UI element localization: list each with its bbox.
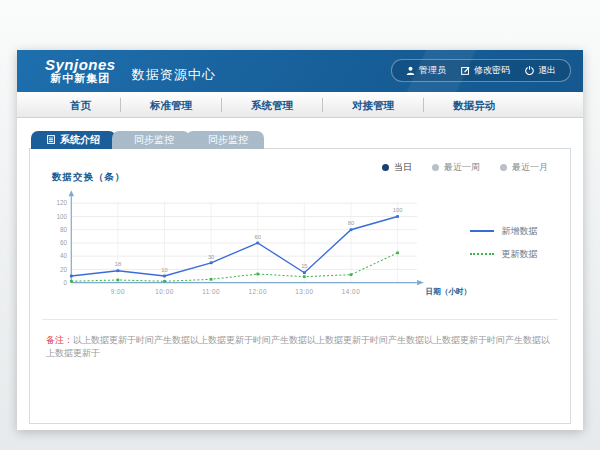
- data-point-label: 60: [255, 234, 261, 240]
- svg-text:80: 80: [60, 226, 68, 233]
- logout-label: 退出: [538, 64, 556, 77]
- tab-label: 同步监控: [208, 133, 248, 147]
- tab-sync-monitor-1[interactable]: 同步监控: [112, 131, 190, 149]
- svg-text:9:00: 9:00: [111, 288, 125, 295]
- data-point-label: 15: [301, 263, 307, 269]
- data-point: [70, 275, 73, 278]
- chart-legend: 新增数据更新数据: [470, 225, 564, 261]
- line-chart: 0204060801001209:0010:0011:0012:0013:001…: [34, 186, 470, 313]
- svg-text:11:00: 11:00: [202, 288, 220, 295]
- legend-line-sample: [470, 230, 494, 232]
- time-range-filter: 当日最近一周最近一月: [382, 161, 548, 174]
- nav-item-standard-mgmt[interactable]: 标准管理: [121, 98, 222, 112]
- app-window: Synjones 新中新集团 数据资源中心 管理员 修改密码 退出: [17, 50, 583, 430]
- data-point: [70, 280, 73, 283]
- svg-text:60: 60: [60, 239, 68, 246]
- brand-logo: Synjones 新中新集团: [45, 57, 116, 84]
- data-point-label: 30: [208, 254, 214, 260]
- data-point: [256, 273, 259, 276]
- data-point: [350, 273, 353, 276]
- y-axis-ticks: 020406080100120: [56, 199, 67, 285]
- data-point-label: 18: [115, 261, 121, 267]
- data-point: [117, 269, 120, 272]
- data-point: [210, 278, 213, 281]
- data-point: [210, 261, 213, 264]
- data-point: [396, 252, 399, 255]
- note-divider: [42, 319, 558, 320]
- chart-panel: 当日最近一周最近一月 数据交换（条） 0204060801001209:0010…: [29, 148, 571, 424]
- data-point: [303, 275, 306, 278]
- data-point-label: 100: [393, 207, 403, 213]
- change-password-button[interactable]: 修改密码: [461, 64, 510, 77]
- logout-button[interactable]: 退出: [525, 64, 556, 77]
- footnote: 备注：以上数据更新于时间产生数据以上数据更新于时间产生数据以上数据更新于时间产生…: [46, 334, 554, 359]
- svg-text:10:00: 10:00: [155, 288, 173, 295]
- radio-dot-icon: [382, 164, 389, 171]
- tab-system-intro[interactable]: 系统介绍: [31, 131, 116, 149]
- app-header: Synjones 新中新集团 数据资源中心 管理员 修改密码 退出: [17, 50, 583, 92]
- svg-text:100: 100: [56, 213, 67, 220]
- page-title: 数据资源中心: [132, 66, 216, 84]
- radio-last-week[interactable]: 最近一周: [432, 161, 480, 174]
- tab-sync-monitor-2[interactable]: 同步监控: [186, 131, 264, 149]
- data-point: [163, 275, 166, 278]
- brand-logo-text: Synjones: [45, 57, 116, 73]
- brand-logo-subtext: 新中新集团: [45, 73, 116, 85]
- chart-gridlines: [71, 202, 417, 283]
- tab-label: 系统介绍: [60, 133, 100, 147]
- nav-item-system-mgmt[interactable]: 系统管理: [222, 98, 323, 112]
- user-button[interactable]: 管理员: [406, 64, 446, 77]
- tab-bar: 系统介绍同步监控同步监控: [31, 130, 571, 149]
- svg-text:0: 0: [64, 279, 68, 286]
- data-point: [163, 280, 166, 283]
- chart-container: 0204060801001209:0010:0011:0012:0013:001…: [34, 186, 470, 313]
- data-point: [256, 242, 259, 245]
- radio-today[interactable]: 当日: [382, 161, 412, 174]
- radio-dot-icon: [432, 164, 439, 171]
- data-point: [396, 215, 399, 218]
- tab-label: 同步监控: [134, 133, 174, 147]
- data-point-label: 10: [161, 267, 167, 273]
- user-icon: [406, 66, 415, 75]
- radio-label: 最近一周: [444, 161, 480, 174]
- data-point: [117, 279, 120, 282]
- legend-item-1: 新增数据: [470, 225, 564, 238]
- svg-text:40: 40: [60, 252, 68, 259]
- edit-icon: [461, 66, 470, 75]
- x-axis-ticks: 9:0010:0011:0012:0013:0014:00: [111, 288, 360, 295]
- legend-label: 新增数据: [501, 225, 537, 238]
- nav-item-connect-mgmt[interactable]: 对接管理: [323, 98, 424, 112]
- radio-label: 当日: [394, 161, 412, 174]
- user-menu: 管理员 修改密码 退出: [391, 59, 571, 82]
- user-label: 管理员: [419, 64, 446, 77]
- svg-text:12:00: 12:00: [249, 288, 267, 295]
- svg-text:120: 120: [56, 199, 67, 206]
- radio-dot-icon: [500, 164, 507, 171]
- nav-item-data-change[interactable]: 数据异动: [424, 98, 524, 112]
- x-axis-title: 日期（小时）: [426, 287, 471, 296]
- series-1: 181030601580100: [70, 207, 402, 277]
- footnote-prefix: 备注：: [46, 335, 73, 345]
- power-icon: [525, 66, 534, 75]
- data-point: [303, 271, 306, 274]
- chart-row: 0204060801001209:0010:0011:0012:0013:001…: [30, 186, 570, 313]
- data-point-label: 80: [348, 220, 354, 226]
- legend-label: 更新数据: [501, 248, 537, 261]
- data-point: [350, 228, 353, 231]
- nav-item-home[interactable]: 首页: [41, 98, 121, 112]
- nav-bar: 首页标准管理系统管理对接管理数据异动: [17, 92, 583, 118]
- radio-label: 最近一月: [512, 161, 548, 174]
- svg-text:20: 20: [60, 266, 68, 273]
- main-content: 系统介绍同步监控同步监控 当日最近一周最近一月 数据交换（条） 02040608…: [17, 118, 583, 424]
- document-icon: [47, 135, 55, 146]
- svg-text:14:00: 14:00: [342, 288, 360, 295]
- legend-line-sample: [470, 253, 494, 255]
- radio-last-month[interactable]: 最近一月: [500, 161, 548, 174]
- svg-text:13:00: 13:00: [295, 288, 313, 295]
- legend-item-2: 更新数据: [470, 248, 564, 261]
- change-password-label: 修改密码: [474, 64, 510, 77]
- footnote-text: 以上数据更新于时间产生数据以上数据更新于时间产生数据以上数据更新于时间产生数据以…: [46, 335, 550, 358]
